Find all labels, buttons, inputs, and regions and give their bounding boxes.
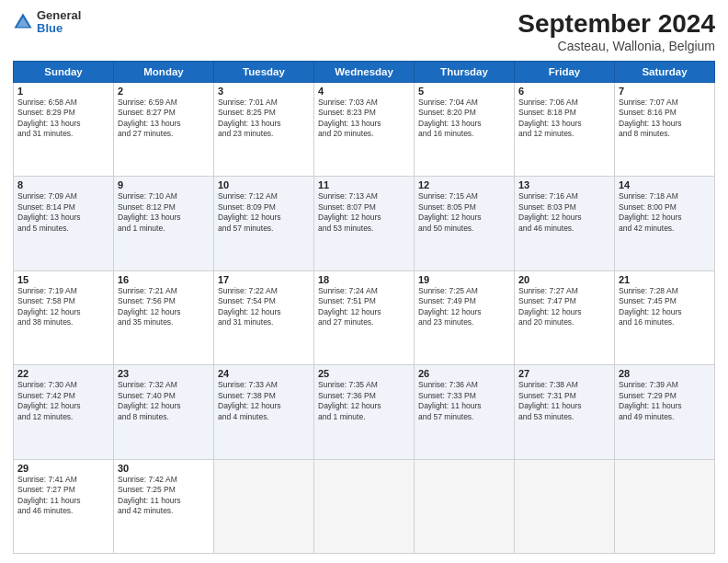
day-number: 21 <box>619 274 711 285</box>
day-number: 3 <box>218 86 310 97</box>
calendar-day-cell: 17Sunrise: 7:22 AM Sunset: 7:54 PM Dayli… <box>214 270 314 364</box>
day-info: Sunrise: 7:12 AM Sunset: 8:09 PM Dayligh… <box>218 191 310 234</box>
day-info: Sunrise: 7:30 AM Sunset: 7:42 PM Dayligh… <box>17 380 109 422</box>
calendar-day-cell <box>415 459 515 553</box>
day-info: Sunrise: 7:01 AM Sunset: 8:25 PM Dayligh… <box>218 98 310 140</box>
calendar-day-cell <box>214 459 314 553</box>
day-info: Sunrise: 7:36 AM Sunset: 7:33 PM Dayligh… <box>418 380 510 422</box>
header: General Blue September 2024 Casteau, Wal… <box>13 9 715 53</box>
day-number: 9 <box>118 179 210 190</box>
day-info: Sunrise: 6:59 AM Sunset: 8:27 PM Dayligh… <box>118 98 210 140</box>
day-info: Sunrise: 7:35 AM Sunset: 7:36 PM Dayligh… <box>318 380 410 422</box>
calendar-day-cell: 8Sunrise: 7:09 AM Sunset: 8:14 PM Daylig… <box>14 177 114 270</box>
day-info: Sunrise: 7:18 AM Sunset: 8:00 PM Dayligh… <box>619 191 711 234</box>
calendar-day-cell: 6Sunrise: 7:06 AM Sunset: 8:18 PM Daylig… <box>515 83 615 177</box>
day-info: Sunrise: 7:38 AM Sunset: 7:31 PM Dayligh… <box>518 380 610 422</box>
calendar-day-cell <box>314 459 415 553</box>
day-info: Sunrise: 7:24 AM Sunset: 7:51 PM Dayligh… <box>318 286 410 328</box>
title-area: September 2024 Casteau, Wallonia, Belgiu… <box>518 9 715 53</box>
day-info: Sunrise: 7:04 AM Sunset: 8:20 PM Dayligh… <box>418 98 510 140</box>
day-number: 22 <box>17 368 109 379</box>
day-number: 10 <box>218 179 310 190</box>
day-number: 2 <box>118 86 210 97</box>
day-number: 24 <box>218 368 310 379</box>
logo-text: General Blue <box>37 9 81 36</box>
calendar-day-cell: 21Sunrise: 7:28 AM Sunset: 7:45 PM Dayli… <box>615 270 715 364</box>
month-title: September 2024 <box>518 9 715 39</box>
day-number: 28 <box>619 368 711 379</box>
calendar-week-row: 1Sunrise: 6:58 AM Sunset: 8:29 PM Daylig… <box>14 83 715 177</box>
col-header-friday: Friday <box>515 62 615 83</box>
calendar-day-cell: 18Sunrise: 7:24 AM Sunset: 7:51 PM Dayli… <box>314 270 415 364</box>
day-info: Sunrise: 7:16 AM Sunset: 8:03 PM Dayligh… <box>518 191 610 234</box>
calendar-day-cell: 16Sunrise: 7:21 AM Sunset: 7:56 PM Dayli… <box>114 270 214 364</box>
calendar-day-cell <box>515 459 615 553</box>
day-info: Sunrise: 7:25 AM Sunset: 7:49 PM Dayligh… <box>418 286 510 328</box>
day-info: Sunrise: 7:06 AM Sunset: 8:18 PM Dayligh… <box>518 98 610 140</box>
day-info: Sunrise: 7:15 AM Sunset: 8:05 PM Dayligh… <box>418 191 510 234</box>
logo-icon <box>13 12 33 32</box>
day-number: 1 <box>17 86 109 97</box>
day-info: Sunrise: 7:19 AM Sunset: 7:58 PM Dayligh… <box>17 286 109 328</box>
day-info: Sunrise: 7:09 AM Sunset: 8:14 PM Dayligh… <box>17 191 109 234</box>
day-number: 30 <box>118 463 210 474</box>
calendar-day-cell: 4Sunrise: 7:03 AM Sunset: 8:23 PM Daylig… <box>314 83 415 177</box>
calendar-day-cell: 27Sunrise: 7:38 AM Sunset: 7:31 PM Dayli… <box>515 365 615 459</box>
day-info: Sunrise: 7:10 AM Sunset: 8:12 PM Dayligh… <box>118 191 210 234</box>
calendar-table: SundayMondayTuesdayWednesdayThursdayFrid… <box>13 61 715 554</box>
day-number: 8 <box>17 179 109 190</box>
col-header-tuesday: Tuesday <box>214 62 314 83</box>
day-info: Sunrise: 6:58 AM Sunset: 8:29 PM Dayligh… <box>17 98 109 140</box>
day-number: 20 <box>518 274 610 285</box>
calendar-day-cell <box>615 459 715 553</box>
col-header-sunday: Sunday <box>14 62 114 83</box>
day-number: 5 <box>418 86 510 97</box>
calendar-day-cell: 13Sunrise: 7:16 AM Sunset: 8:03 PM Dayli… <box>515 177 615 270</box>
calendar-week-row: 15Sunrise: 7:19 AM Sunset: 7:58 PM Dayli… <box>14 270 715 364</box>
day-number: 18 <box>318 274 410 285</box>
day-number: 13 <box>518 179 610 190</box>
day-number: 11 <box>318 179 410 190</box>
location-subtitle: Casteau, Wallonia, Belgium <box>518 39 715 53</box>
calendar-day-cell: 26Sunrise: 7:36 AM Sunset: 7:33 PM Dayli… <box>415 365 515 459</box>
day-info: Sunrise: 7:07 AM Sunset: 8:16 PM Dayligh… <box>619 98 711 140</box>
col-header-thursday: Thursday <box>415 62 515 83</box>
calendar-day-cell: 24Sunrise: 7:33 AM Sunset: 7:38 PM Dayli… <box>214 365 314 459</box>
day-info: Sunrise: 7:41 AM Sunset: 7:27 PM Dayligh… <box>17 475 109 517</box>
day-number: 27 <box>518 368 610 379</box>
day-number: 14 <box>619 179 711 190</box>
calendar-day-cell: 15Sunrise: 7:19 AM Sunset: 7:58 PM Dayli… <box>14 270 114 364</box>
calendar-day-cell: 23Sunrise: 7:32 AM Sunset: 7:40 PM Dayli… <box>114 365 214 459</box>
calendar-week-row: 8Sunrise: 7:09 AM Sunset: 8:14 PM Daylig… <box>14 177 715 270</box>
col-header-wednesday: Wednesday <box>314 62 415 83</box>
calendar-day-cell: 30Sunrise: 7:42 AM Sunset: 7:25 PM Dayli… <box>114 459 214 553</box>
day-info: Sunrise: 7:28 AM Sunset: 7:45 PM Dayligh… <box>619 286 711 328</box>
calendar-day-cell: 14Sunrise: 7:18 AM Sunset: 8:00 PM Dayli… <box>615 177 715 270</box>
calendar-day-cell: 19Sunrise: 7:25 AM Sunset: 7:49 PM Dayli… <box>415 270 515 364</box>
calendar-day-cell: 28Sunrise: 7:39 AM Sunset: 7:29 PM Dayli… <box>615 365 715 459</box>
calendar-day-cell: 11Sunrise: 7:13 AM Sunset: 8:07 PM Dayli… <box>314 177 415 270</box>
day-number: 26 <box>418 368 510 379</box>
day-number: 12 <box>418 179 510 190</box>
day-number: 15 <box>17 274 109 285</box>
day-info: Sunrise: 7:39 AM Sunset: 7:29 PM Dayligh… <box>619 380 711 422</box>
day-number: 29 <box>17 463 109 474</box>
calendar-day-cell: 2Sunrise: 6:59 AM Sunset: 8:27 PM Daylig… <box>114 83 214 177</box>
day-number: 19 <box>418 274 510 285</box>
calendar-day-cell: 9Sunrise: 7:10 AM Sunset: 8:12 PM Daylig… <box>114 177 214 270</box>
day-info: Sunrise: 7:03 AM Sunset: 8:23 PM Dayligh… <box>318 98 410 140</box>
day-info: Sunrise: 7:27 AM Sunset: 7:47 PM Dayligh… <box>518 286 610 328</box>
day-number: 23 <box>118 368 210 379</box>
calendar-day-cell: 12Sunrise: 7:15 AM Sunset: 8:05 PM Dayli… <box>415 177 515 270</box>
day-info: Sunrise: 7:22 AM Sunset: 7:54 PM Dayligh… <box>218 286 310 328</box>
calendar-week-row: 29Sunrise: 7:41 AM Sunset: 7:27 PM Dayli… <box>14 459 715 553</box>
calendar-day-cell: 25Sunrise: 7:35 AM Sunset: 7:36 PM Dayli… <box>314 365 415 459</box>
day-number: 4 <box>318 86 410 97</box>
day-number: 7 <box>619 86 711 97</box>
day-number: 17 <box>218 274 310 285</box>
calendar-day-cell: 29Sunrise: 7:41 AM Sunset: 7:27 PM Dayli… <box>14 459 114 553</box>
day-info: Sunrise: 7:42 AM Sunset: 7:25 PM Dayligh… <box>118 475 210 517</box>
day-number: 16 <box>118 274 210 285</box>
day-info: Sunrise: 7:33 AM Sunset: 7:38 PM Dayligh… <box>218 380 310 422</box>
logo: General Blue <box>13 9 81 36</box>
